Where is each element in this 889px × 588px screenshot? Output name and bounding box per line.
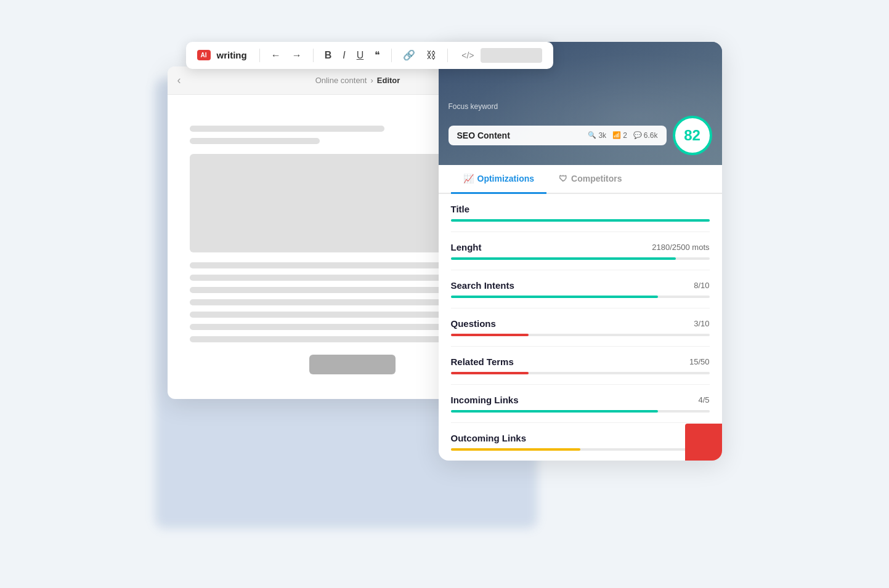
seo-panel: Focus keyword SEO Content 🔍 3k 📶 2 [439, 42, 722, 461]
volume-stat: 🔍 3k [588, 131, 606, 140]
editor-toolbar: AI writing ← → B I U ❝ 🔗 ⛓ </> [186, 42, 553, 69]
competitors-icon: 🛡 [559, 174, 567, 183]
opt-bar-fill-3 [451, 334, 529, 336]
ai-badge: AI [197, 50, 211, 60]
toolbar-extra-placeholder [481, 48, 542, 63]
optimizations-label: Optimizations [477, 174, 535, 183]
opt-item-row: Lenght 2180/2500 mots [451, 242, 710, 252]
toolbar-redo-button[interactable]: → [290, 49, 304, 62]
toolbar-divider-2 [313, 49, 314, 62]
back-icon[interactable]: ‹ [177, 74, 181, 87]
opt-bar-fill-4 [451, 372, 529, 374]
opt-item-name-4: Related Terms [451, 356, 514, 367]
difficulty-stat: 📶 2 [612, 131, 627, 140]
opt-item-row: Search Intents 8/10 [451, 280, 710, 291]
toolbar-writing-label: writing [217, 50, 247, 60]
opt-bar-track-5 [451, 410, 710, 413]
opt-bar-track-6 [451, 448, 710, 451]
traffic-stat: 💬 6.6k [633, 131, 658, 140]
opt-bar-fill-1 [451, 257, 676, 260]
opt-item-name-0: Title [451, 204, 470, 214]
breadcrumb-online-content: Online content [315, 76, 367, 85]
opt-item-name-2: Search Intents [451, 280, 514, 291]
opt-bar-track-2 [451, 296, 710, 298]
toolbar-bold-button[interactable]: B [322, 49, 335, 62]
opt-bar-fill-5 [451, 410, 658, 413]
difficulty-icon: 📶 [612, 131, 621, 139]
opt-bar-track-4 [451, 372, 710, 374]
toolbar-unlink-button[interactable]: ⛓ [424, 49, 439, 62]
opt-item-incoming-links: Incoming Links 4/5 [451, 385, 710, 423]
opt-item-name-3: Questions [451, 318, 496, 329]
opt-item-questions: Questions 3/10 [451, 308, 710, 347]
optimizations-icon: 📈 [463, 174, 474, 183]
opt-bar-fill-6 [451, 448, 580, 451]
traffic-icon: 💬 [633, 131, 642, 139]
opt-item-row: Related Terms 15/50 [451, 356, 710, 367]
toolbar-divider-1 [259, 49, 260, 62]
content-line-3 [190, 262, 450, 268]
opt-item-row: Questions 3/10 [451, 318, 710, 329]
traffic-value: 6.6k [644, 131, 658, 140]
toolbar-italic-button[interactable]: I [340, 49, 347, 62]
difficulty-value: 2 [623, 131, 627, 140]
opt-item-score-5: 4/5 [698, 395, 709, 405]
toolbar-underline-button[interactable]: U [354, 49, 367, 62]
opt-item-title: Title [451, 194, 710, 232]
opt-item-row: Outcoming Links 2/4 [451, 433, 710, 443]
opt-item-score-2: 8/10 [694, 281, 709, 290]
toolbar-divider-3 [391, 49, 392, 62]
keyword-input[interactable]: SEO Content 🔍 3k 📶 2 💬 [449, 126, 667, 145]
opt-bar-track-3 [451, 334, 710, 336]
opt-item-name-5: Incoming Links [451, 395, 519, 405]
toolbar-code-button[interactable]: </> [461, 50, 474, 60]
toolbar-link-button[interactable]: 🔗 [400, 48, 418, 62]
red-corner-decoration [685, 424, 722, 461]
keyword-text: SEO Content [457, 131, 581, 140]
toolbar-divider-4 [447, 49, 448, 62]
opt-item-outcoming-links: Outcoming Links 2/4 [451, 423, 710, 461]
opt-item-lenght: Lenght 2180/2500 mots [451, 232, 710, 270]
seo-score-value: 82 [684, 127, 700, 144]
optimization-list: Title Lenght 2180/2500 mots Search Inten… [439, 194, 722, 461]
opt-item-name-6: Outcoming Links [451, 433, 527, 443]
toolbar-quote-button[interactable]: ❝ [372, 48, 383, 62]
volume-value: 3k [598, 131, 606, 140]
seo-score-circle: 82 [673, 116, 712, 155]
opt-item-name-1: Lenght [451, 242, 482, 252]
tab-competitors[interactable]: 🛡 Competitors [546, 165, 634, 194]
competitors-label: Competitors [571, 174, 622, 183]
content-line-1 [190, 126, 385, 132]
keyword-stats: 🔍 3k 📶 2 💬 6.6k [588, 131, 657, 140]
opt-item-score-3: 3/10 [694, 319, 709, 328]
opt-item-score-4: 15/50 [689, 357, 710, 366]
opt-item-row: Title [451, 204, 710, 214]
tab-optimizations[interactable]: 📈 Optimizations [451, 165, 547, 194]
opt-item-related-terms: Related Terms 15/50 [451, 347, 710, 385]
content-line-2 [190, 138, 320, 144]
opt-bar-fill-2 [451, 296, 658, 298]
opt-bar-track-0 [451, 219, 710, 222]
volume-icon: 🔍 [588, 131, 596, 139]
breadcrumb-editor: Editor [377, 76, 400, 85]
opt-item-search-intents: Search Intents 8/10 [451, 270, 710, 308]
opt-item-row: Incoming Links 4/5 [451, 395, 710, 405]
opt-bar-fill-0 [451, 219, 710, 222]
focus-keyword-label: Focus keyword [449, 102, 712, 111]
content-button-placeholder [309, 355, 396, 374]
toolbar-undo-button[interactable]: ← [269, 49, 283, 62]
seo-tabs: 📈 Optimizations 🛡 Competitors [439, 165, 722, 194]
keyword-row: SEO Content 🔍 3k 📶 2 💬 [449, 116, 712, 155]
opt-item-score-1: 2180/2500 mots [652, 243, 709, 252]
opt-bar-track-1 [451, 257, 710, 260]
content-line-9 [190, 336, 450, 342]
